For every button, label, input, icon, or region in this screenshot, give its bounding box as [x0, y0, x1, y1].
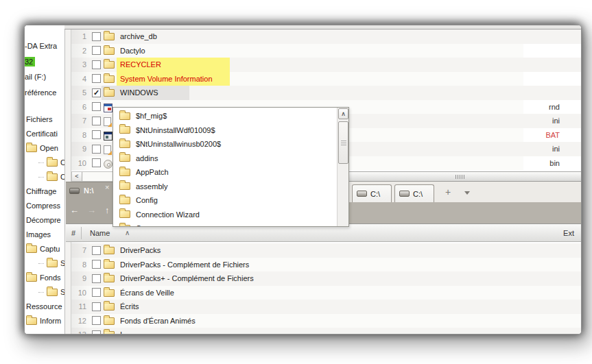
sidebar-item[interactable]: Captu [26, 243, 60, 255]
table-row[interactable]: 4System Volume Information [71, 72, 582, 86]
pane-divider[interactable] [64, 25, 71, 335]
tree-connector [38, 263, 44, 264]
table-row[interactable]: 12Fonds d'Écran Animés [71, 314, 582, 328]
dropdown-folder-item[interactable]: addins [113, 151, 337, 166]
table-row[interactable]: 1archive_db [71, 29, 582, 44]
folder-icon [104, 289, 115, 297]
table-row[interactable]: 11Écrits [71, 300, 582, 314]
row-checkbox[interactable] [92, 302, 101, 311]
scroll-left-icon[interactable]: < [72, 172, 82, 181]
row-checkbox[interactable] [92, 46, 101, 55]
sidebar-item[interactable]: Compress [26, 199, 60, 212]
forward-button[interactable]: → [87, 205, 96, 215]
sidebar-item[interactable]: Certificati [26, 128, 58, 140]
sidebar-item[interactable]: Décompre [26, 214, 61, 226]
row-checkbox[interactable] [92, 145, 101, 154]
sidebar-item[interactable]: -DA Extra [25, 40, 57, 51]
dropdown-folder-item[interactable]: $NtUninstallWdf01009$ [113, 123, 337, 138]
row-checkbox[interactable] [92, 158, 101, 167]
column-header-number[interactable]: # [71, 224, 75, 242]
column-header-name[interactable]: Name [90, 224, 110, 242]
dropdown-folder-item[interactable]: $NtUninstallwinusb0200$ [113, 137, 337, 151]
sidebar-item-label: Images [26, 228, 51, 241]
column-header-ext[interactable]: Ext [563, 224, 574, 242]
sidebar-item[interactable]: référence [25, 87, 56, 98]
row-checkbox[interactable] [92, 130, 101, 139]
sidebar-item[interactable]: Cl [38, 171, 64, 183]
dropdown-folder-item[interactable]: AppPatch [113, 165, 337, 180]
folder-icon [119, 112, 130, 120]
sidebar-item[interactable]: Fonds [26, 271, 61, 284]
sidebar-item[interactable]: St [38, 286, 64, 298]
sidebar-item-label: ail (F:) [25, 73, 46, 81]
sidebar-item[interactable]: Fichiers [26, 113, 53, 125]
folder-icon [47, 260, 58, 267]
tab-c-drive-2[interactable]: C:\ [394, 184, 434, 202]
table-row[interactable]: 2Dactylo [71, 44, 582, 58]
back-button[interactable]: ← [70, 205, 79, 215]
sidebar-item-label: Open [40, 142, 58, 154]
up-button[interactable]: ↑ [105, 205, 110, 215]
row-checkbox[interactable]: ✓ [92, 88, 101, 97]
scrollbar-track[interactable] [83, 172, 113, 181]
row-checkbox[interactable] [92, 330, 101, 335]
sidebar-item[interactable]: Ressource [26, 300, 62, 313]
scroll-up-icon[interactable]: ∧ [338, 108, 348, 119]
row-checkbox[interactable] [92, 316, 101, 325]
row-checkbox[interactable] [92, 274, 101, 283]
close-icon[interactable]: × [105, 183, 109, 191]
folder-icon [119, 225, 130, 227]
sidebar-item[interactable]: Sl [38, 257, 64, 269]
pane-splitter[interactable] [349, 171, 582, 182]
row-checkbox[interactable] [92, 246, 101, 255]
dropdown-folder-item[interactable]: Config [113, 193, 337, 208]
table-row[interactable]: 9DriverPacks+ - Complément de Fichiers [71, 271, 582, 286]
horizontal-scrollbar[interactable]: < [71, 171, 113, 182]
sidebar-item[interactable]: Ce [38, 156, 64, 169]
sidebar-item-label: Certificati [26, 128, 58, 140]
table-row[interactable]: 13I [71, 328, 582, 335]
folder-name: $NtUninstallWdf01009$ [136, 126, 215, 134]
drive-icon [399, 191, 410, 197]
new-tab-button[interactable]: + [445, 187, 451, 197]
folder-icon [104, 331, 115, 335]
sidebar: -DA Extra32ail (F:)référenceFichiersCert… [25, 25, 64, 335]
sidebar-item[interactable]: Images [26, 228, 51, 241]
table-row[interactable]: 7DriverPacks [71, 243, 582, 258]
splitter-grip-icon[interactable] [455, 175, 464, 179]
folder-icon [119, 154, 130, 162]
file-ext: ini [552, 142, 560, 156]
row-checkbox[interactable] [92, 117, 101, 125]
row-checkbox[interactable] [92, 74, 101, 83]
row-checkbox[interactable] [92, 288, 101, 297]
tabbar-fill [349, 202, 582, 223]
table-row[interactable]: 5✓WINDOWS [71, 86, 582, 100]
row-checkbox[interactable] [92, 260, 101, 269]
row-checkbox[interactable] [92, 102, 101, 111]
overlay-scrollbar[interactable]: ∧ [337, 108, 348, 226]
row-checkbox[interactable] [92, 32, 101, 41]
dropdown-folder-item[interactable]: assembly [113, 180, 337, 194]
row-number: 4 [71, 72, 86, 86]
sidebar-item[interactable]: Inform [26, 315, 61, 327]
sidebar-item[interactable]: 32 [25, 56, 35, 67]
table-row[interactable]: 10Écrans de Veille [71, 286, 582, 300]
row-number: 2 [71, 44, 86, 58]
tab-n-drive[interactable]: N:\ [84, 186, 94, 195]
scrollbar-thumb[interactable] [338, 121, 348, 164]
dropdown-folder-item[interactable]: Connection Wizard [113, 208, 337, 222]
table-row[interactable]: 3RECYCLER [71, 58, 582, 72]
row-number: 12 [71, 314, 86, 328]
row-checkbox[interactable] [92, 60, 101, 69]
sidebar-item[interactable]: Chiffrage [26, 185, 56, 197]
dropdown-folder-item[interactable]: Cursors [113, 221, 337, 227]
table-row[interactable]: 8DriverPacks - Complément de Fichiers [71, 258, 582, 272]
left-pane-tabbar: N:\ × ← → ↑ [66, 182, 113, 223]
dropdown-folder-item[interactable]: $hf_mig$ [113, 109, 337, 123]
sidebar-item[interactable]: Open [26, 142, 58, 154]
file-name: WINDOWS [120, 86, 158, 100]
sidebar-item[interactable]: ail (F:) [25, 71, 46, 82]
tab-c-drive-1[interactable]: C:\ [352, 184, 392, 202]
file-ext: bin [549, 156, 560, 171]
tab-list-dropdown-icon[interactable] [464, 191, 470, 195]
